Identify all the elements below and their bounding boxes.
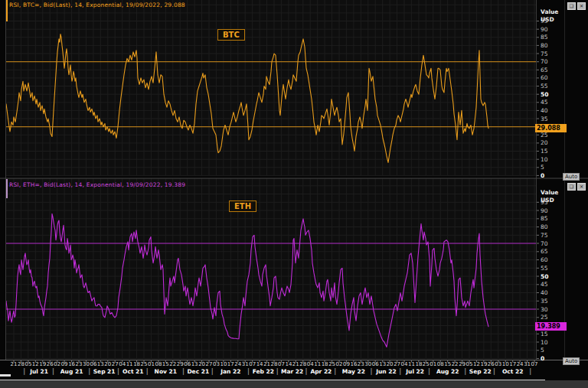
btc-axis-title-value: Value <box>541 8 558 15</box>
y-tick-label: 60 <box>541 256 548 263</box>
y-tick-label: 15 <box>541 331 548 337</box>
y-tick-label: 55 <box>541 265 548 272</box>
rsi-chart-window: RSI, BTC=, Bid(Last), 14, Exponential, 1… <box>0 0 588 388</box>
y-tick-label: 70 <box>541 240 548 247</box>
y-tick-label: 40 <box>541 107 548 114</box>
x-month-label: Oct 21 <box>115 368 152 375</box>
y-tick-label: 50 <box>541 273 548 280</box>
x-month-label: Aug 22 <box>430 368 466 375</box>
y-tick-label: 90 <box>541 26 548 33</box>
y-tick-label: 25 <box>541 314 548 321</box>
x-axis-scroll-indicator[interactable] <box>0 374 11 377</box>
y-tick-label: 20 <box>541 139 548 146</box>
x-month-label: Apr 22 <box>302 368 339 375</box>
btc-last-value-badge: 29.088 <box>535 124 567 132</box>
eth-axis-title-usd: USD <box>541 197 554 204</box>
y-tick-label: 75 <box>541 232 548 239</box>
y-tick-label: 85 <box>541 215 548 222</box>
y-tick-label: 45 <box>541 281 548 288</box>
x-month-label: Jan 22 <box>212 368 249 375</box>
y-tick-label: 85 <box>541 34 548 41</box>
restore-icon[interactable]: ❏ <box>567 183 576 191</box>
y-tick-label: 15 <box>541 148 548 155</box>
eth-axis-auto-button[interactable]: Auto <box>563 357 580 365</box>
x-month-label: May 22 <box>335 368 372 375</box>
restore-icon[interactable]: ❏ <box>567 2 576 10</box>
x-month-label: Dec 21 <box>180 368 217 375</box>
eth-legend: RSI, ETH=, Bid(Last), 14, Exponential, 1… <box>9 181 185 188</box>
y-tick-label: 50 <box>541 91 548 98</box>
y-tick-label: 5 <box>541 347 544 354</box>
y-tick-label: 5 <box>541 164 544 171</box>
chart-overlays: RSI, BTC=, Bid(Last), 14, Exponential, 1… <box>0 0 588 388</box>
x-month-label: Sep 22 <box>462 368 498 375</box>
x-month-label: Nov 21 <box>147 368 184 375</box>
y-tick-label: 55 <box>541 83 548 90</box>
btc-axis-title-usd: USD <box>541 16 554 23</box>
close-icon[interactable]: ✕ <box>577 183 586 191</box>
btc-panel-accent-line <box>6 0 8 21</box>
y-tick-label: 80 <box>541 42 548 49</box>
y-tick-label: 0 <box>541 172 544 179</box>
btc-axis-auto-button[interactable]: Auto <box>563 173 580 181</box>
eth-instrument-annotation[interactable]: ETH <box>229 201 256 212</box>
eth-panel-window-controls: ❏ ✕ <box>567 183 586 191</box>
eth-last-value-badge: 19.389 <box>535 322 567 331</box>
x-month-label: Aug 21 <box>54 368 90 375</box>
y-tick-label: 40 <box>541 289 548 296</box>
eth-axis-title-value: Value <box>541 189 558 196</box>
y-tick-label: 65 <box>541 67 548 73</box>
x-month-label: Jul 21 <box>21 368 57 375</box>
y-tick-label: 35 <box>541 116 548 122</box>
y-tick-label: 35 <box>541 298 548 305</box>
eth-panel-accent-line <box>6 179 8 198</box>
x-day-tick-label: 07 <box>528 361 541 367</box>
y-tick-label: 30 <box>541 306 548 313</box>
btc-panel-window-controls: ❏ ✕ <box>567 2 586 10</box>
y-tick-label: 10 <box>541 339 548 346</box>
close-icon[interactable]: ✕ <box>577 2 586 10</box>
y-tick-label: 70 <box>541 58 548 65</box>
x-month-label: Oct 22 <box>495 368 531 375</box>
y-tick-label: 65 <box>541 248 548 255</box>
btc-instrument-annotation[interactable]: BTC <box>217 29 245 41</box>
y-tick-label: 80 <box>541 223 548 230</box>
y-tick-label: 45 <box>541 99 548 106</box>
y-tick-label: 90 <box>541 207 548 214</box>
y-tick-label: 10 <box>541 156 548 163</box>
y-tick-label: 75 <box>541 51 548 57</box>
y-tick-label: 60 <box>541 74 548 81</box>
x-month-label: Jul 22 <box>397 368 433 375</box>
y-tick-label: 25 <box>541 132 548 139</box>
btc-legend: RSI, BTC=, Bid(Last), 14, Exponential, 1… <box>9 2 185 8</box>
